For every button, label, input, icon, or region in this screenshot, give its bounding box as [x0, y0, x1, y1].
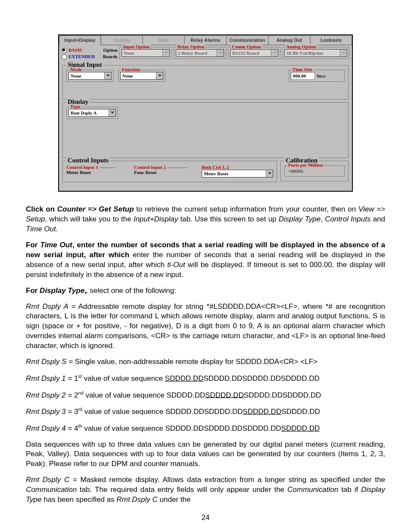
input-option-legend: Input Option — [122, 44, 151, 49]
radio-basic[interactable] — [62, 48, 67, 53]
basic-label: BASIC — [68, 47, 83, 53]
chevron-down-icon[interactable] — [266, 170, 273, 177]
sequence-line: Rmt Dsply 4 = 4th value of value sequenc… — [26, 423, 385, 434]
extended-label: EXTENDED — [68, 53, 95, 60]
tab-lockouts[interactable]: Lockouts — [310, 35, 352, 45]
chevron-down-icon — [162, 50, 169, 56]
mode-switch: BASIC EXTENDED — [62, 47, 101, 60]
tab-input-display[interactable]: Input+Display — [59, 35, 101, 45]
control-inputs-legend: Control Inputs — [66, 157, 110, 164]
sequence-line: Rmt Dsply 2 = 2nd value of value sequenc… — [26, 390, 385, 401]
function-select[interactable]: None — [120, 72, 163, 80]
function-legend: Function — [121, 67, 141, 72]
comm-option-select: RS232 Board — [230, 49, 278, 57]
page-number: 24 — [26, 513, 385, 522]
timeout-legend: Time Out — [292, 67, 313, 72]
chevron-down-icon — [217, 50, 224, 56]
option-label: Option — [103, 47, 118, 53]
tab-scaling[interactable]: Scaling — [101, 35, 143, 45]
setup-window: Input+Display Scaling Filter Relay Alarm… — [58, 34, 353, 192]
chevron-down-icon[interactable] — [156, 72, 163, 79]
comm-option-legend: Comm Option — [231, 44, 262, 49]
sequence-line: Rmt Dsply 1 = 1st value of value sequenc… — [26, 373, 385, 384]
ci2-legend: Control Input 2 — [134, 165, 166, 170]
both-ctrl-select[interactable]: Meter Reset — [202, 170, 273, 177]
chevron-down-icon[interactable] — [109, 109, 115, 116]
ci2-value: Func Reset — [134, 170, 199, 175]
chevron-down-icon — [271, 50, 278, 56]
display-type-legend: Type — [69, 104, 81, 109]
tab-analog-out[interactable]: Analog Out — [268, 35, 310, 45]
mode-legend: Mode — [69, 67, 83, 72]
ppm-legend: Parts per Million — [287, 162, 324, 168]
relay-option-select: 2-Relay Board — [176, 49, 224, 57]
analog-option-select: 16 Bit Uni/Bipolar — [284, 49, 347, 57]
ci1-legend: Control Input 1 — [66, 165, 98, 170]
boards-label: Boards — [103, 53, 118, 60]
both-legend: Both Ctrl 1, 2 — [202, 165, 273, 170]
mode-select[interactable]: None — [68, 72, 112, 80]
chevron-down-icon[interactable] — [104, 72, 111, 79]
relay-option-legend: Relay Option — [177, 44, 206, 49]
doc-body: Click on Counter => Get Setup to retriev… — [26, 205, 385, 505]
ci1-value: Meter Reset — [66, 170, 131, 175]
tab-communication[interactable]: Communication — [227, 35, 268, 45]
timeout-field[interactable]: 000.00 — [291, 72, 315, 80]
input-option-select: None — [121, 49, 170, 57]
tab-relay-alarms[interactable]: Relay Alarms — [184, 35, 226, 45]
chevron-down-icon — [340, 50, 347, 56]
analog-option-legend: Analog Option — [285, 44, 317, 49]
display-type-select[interactable]: Rmt Dsply A — [68, 109, 116, 117]
tab-filter[interactable]: Filter — [143, 35, 184, 45]
ppm-value: +00000. — [286, 168, 342, 174]
radio-extended[interactable] — [62, 54, 67, 59]
timeout-unit: Secs — [317, 73, 325, 78]
sequence-line: Rmt Dsply 3 = 3rd value of value sequenc… — [26, 406, 385, 417]
